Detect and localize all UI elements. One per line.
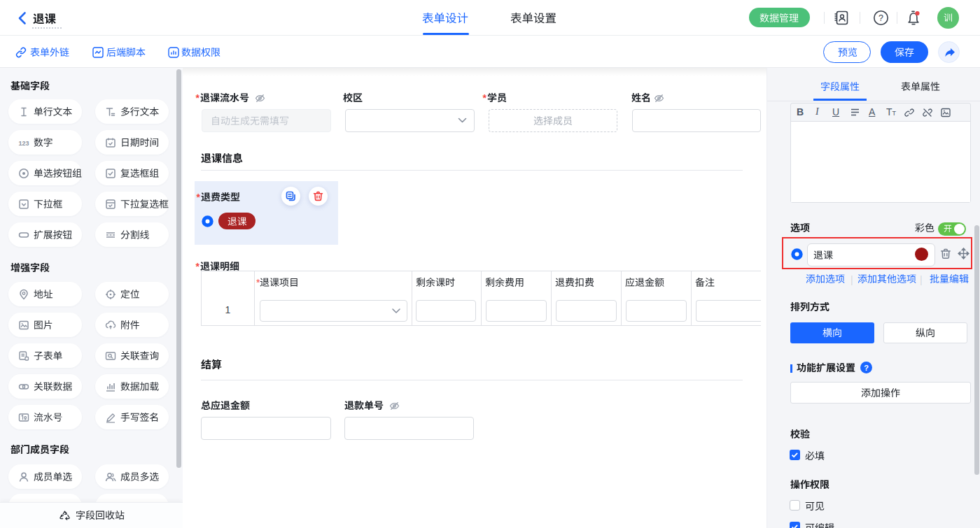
svg-text:123: 123 <box>18 139 29 146</box>
svg-text:?: ? <box>864 364 869 372</box>
svg-text:?: ? <box>878 13 883 23</box>
